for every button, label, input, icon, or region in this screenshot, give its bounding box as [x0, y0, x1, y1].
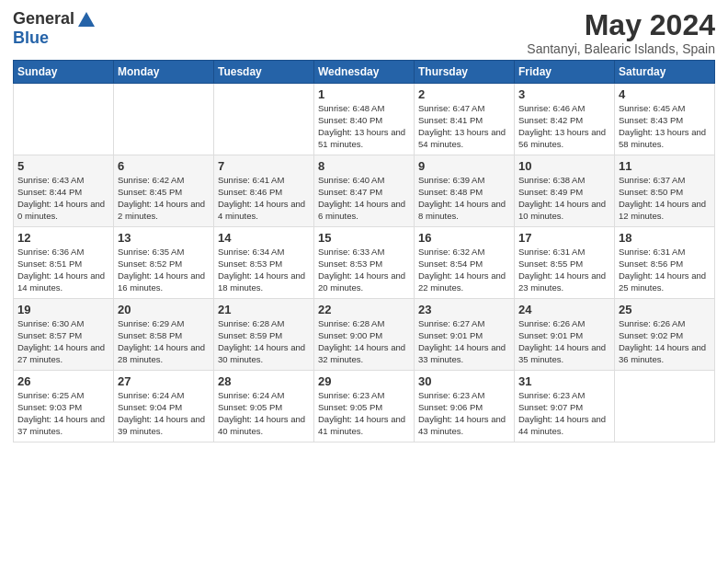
day-number: 1 [318, 87, 410, 101]
day-details: Sunrise: 6:28 AMSunset: 9:00 PMDaylight:… [318, 318, 410, 365]
day-cell [214, 84, 314, 155]
day-number: 17 [518, 231, 610, 245]
day-number: 24 [518, 303, 610, 316]
day-details: Sunrise: 6:26 AMSunset: 9:02 PMDaylight:… [619, 318, 711, 365]
day-details: Sunrise: 6:46 AMSunset: 8:42 PMDaylight:… [518, 103, 610, 150]
day-details: Sunrise: 6:23 AMSunset: 9:07 PMDaylight:… [518, 390, 610, 437]
day-details: Sunrise: 6:38 AMSunset: 8:49 PMDaylight:… [518, 175, 610, 222]
day-details: Sunrise: 6:45 AMSunset: 8:43 PMDaylight:… [619, 103, 711, 150]
day-number: 8 [318, 159, 410, 173]
day-cell: 20Sunrise: 6:29 AMSunset: 8:58 PMDayligh… [114, 299, 214, 371]
day-number: 26 [17, 374, 109, 388]
day-number: 5 [17, 159, 109, 173]
day-cell: 25Sunrise: 6:26 AMSunset: 9:02 PMDayligh… [615, 299, 715, 371]
day-cell: 30Sunrise: 6:23 AMSunset: 9:06 PMDayligh… [415, 371, 515, 442]
day-details: Sunrise: 6:24 AMSunset: 9:05 PMDaylight:… [218, 390, 310, 437]
day-cell: 5Sunrise: 6:43 AMSunset: 8:44 PMDaylight… [14, 155, 114, 227]
day-cell: 19Sunrise: 6:30 AMSunset: 8:57 PMDayligh… [14, 299, 114, 371]
day-cell: 11Sunrise: 6:37 AMSunset: 8:50 PMDayligh… [615, 155, 715, 227]
day-cell: 17Sunrise: 6:31 AMSunset: 8:55 PMDayligh… [515, 227, 615, 299]
day-details: Sunrise: 6:34 AMSunset: 8:53 PMDaylight:… [218, 247, 310, 293]
day-details: Sunrise: 6:39 AMSunset: 8:48 PMDaylight:… [418, 175, 510, 222]
day-details: Sunrise: 6:26 AMSunset: 9:01 PMDaylight:… [518, 318, 610, 365]
col-header-sunday: Sunday [14, 61, 114, 84]
day-details: Sunrise: 6:28 AMSunset: 8:59 PMDaylight:… [218, 318, 310, 365]
col-header-monday: Monday [114, 61, 214, 84]
title-section: May 2024 Santanyi, Balearic Islands, Spa… [527, 9, 715, 56]
header: General Blue May 2024 Santanyi, Balearic… [13, 9, 715, 56]
day-details: Sunrise: 6:32 AMSunset: 8:54 PMDaylight:… [418, 247, 510, 293]
week-row-3: 12Sunrise: 6:36 AMSunset: 8:51 PMDayligh… [14, 227, 715, 299]
day-details: Sunrise: 6:41 AMSunset: 8:46 PMDaylight:… [218, 175, 310, 222]
day-details: Sunrise: 6:31 AMSunset: 8:56 PMDaylight:… [619, 247, 711, 293]
header-row: SundayMondayTuesdayWednesdayThursdayFrid… [14, 61, 715, 84]
day-cell: 8Sunrise: 6:40 AMSunset: 8:47 PMDaylight… [314, 155, 415, 227]
col-header-wednesday: Wednesday [314, 61, 415, 84]
week-row-5: 26Sunrise: 6:25 AMSunset: 9:03 PMDayligh… [14, 371, 715, 442]
week-row-2: 5Sunrise: 6:43 AMSunset: 8:44 PMDaylight… [14, 155, 715, 227]
day-cell: 3Sunrise: 6:46 AMSunset: 8:42 PMDaylight… [515, 84, 615, 155]
day-details: Sunrise: 6:47 AMSunset: 8:41 PMDaylight:… [418, 103, 510, 150]
day-number: 6 [118, 159, 210, 173]
day-cell: 15Sunrise: 6:33 AMSunset: 8:53 PMDayligh… [314, 227, 415, 299]
day-number: 11 [619, 159, 711, 173]
col-header-tuesday: Tuesday [214, 61, 314, 84]
day-cell: 27Sunrise: 6:24 AMSunset: 9:04 PMDayligh… [114, 371, 214, 442]
day-number: 23 [418, 303, 510, 316]
day-cell: 29Sunrise: 6:23 AMSunset: 9:05 PMDayligh… [314, 371, 415, 442]
day-cell: 12Sunrise: 6:36 AMSunset: 8:51 PMDayligh… [14, 227, 114, 299]
day-number: 21 [218, 303, 310, 316]
day-details: Sunrise: 6:36 AMSunset: 8:51 PMDaylight:… [17, 247, 109, 293]
day-details: Sunrise: 6:23 AMSunset: 9:05 PMDaylight:… [318, 390, 410, 437]
day-details: Sunrise: 6:27 AMSunset: 9:01 PMDaylight:… [418, 318, 510, 365]
col-header-saturday: Saturday [615, 61, 715, 84]
day-number: 10 [518, 159, 610, 173]
day-cell: 22Sunrise: 6:28 AMSunset: 9:00 PMDayligh… [314, 299, 415, 371]
day-number: 20 [118, 303, 210, 316]
day-number: 30 [418, 374, 510, 388]
day-cell: 14Sunrise: 6:34 AMSunset: 8:53 PMDayligh… [214, 227, 314, 299]
day-cell: 24Sunrise: 6:26 AMSunset: 9:01 PMDayligh… [515, 299, 615, 371]
day-number: 3 [518, 87, 610, 101]
svg-marker-0 [78, 12, 95, 27]
day-number: 4 [619, 87, 711, 101]
day-number: 31 [518, 374, 610, 388]
day-cell: 16Sunrise: 6:32 AMSunset: 8:54 PMDayligh… [415, 227, 515, 299]
col-header-friday: Friday [515, 61, 615, 84]
day-cell: 13Sunrise: 6:35 AMSunset: 8:52 PMDayligh… [114, 227, 214, 299]
day-number: 22 [318, 303, 410, 316]
day-number: 14 [218, 231, 310, 245]
day-cell: 21Sunrise: 6:28 AMSunset: 8:59 PMDayligh… [214, 299, 314, 371]
day-details: Sunrise: 6:31 AMSunset: 8:55 PMDaylight:… [518, 247, 610, 293]
day-number: 2 [418, 87, 510, 101]
day-number: 28 [218, 374, 310, 388]
day-cell: 28Sunrise: 6:24 AMSunset: 9:05 PMDayligh… [214, 371, 314, 442]
day-number: 18 [619, 231, 711, 245]
day-number: 27 [118, 374, 210, 388]
logo-triangle-icon [78, 12, 95, 27]
day-cell: 2Sunrise: 6:47 AMSunset: 8:41 PMDaylight… [415, 84, 515, 155]
day-cell: 6Sunrise: 6:42 AMSunset: 8:45 PMDaylight… [114, 155, 214, 227]
logo: General Blue [13, 9, 95, 48]
day-cell: 18Sunrise: 6:31 AMSunset: 8:56 PMDayligh… [615, 227, 715, 299]
day-cell: 31Sunrise: 6:23 AMSunset: 9:07 PMDayligh… [515, 371, 615, 442]
day-number: 7 [218, 159, 310, 173]
day-details: Sunrise: 6:48 AMSunset: 8:40 PMDaylight:… [318, 103, 410, 150]
subtitle: Santanyi, Balearic Islands, Spain [527, 41, 715, 56]
month-title: May 2024 [527, 9, 715, 41]
day-details: Sunrise: 6:33 AMSunset: 8:53 PMDaylight:… [318, 247, 410, 293]
day-cell: 10Sunrise: 6:38 AMSunset: 8:49 PMDayligh… [515, 155, 615, 227]
day-number: 16 [418, 231, 510, 245]
day-cell [14, 84, 114, 155]
day-cell: 23Sunrise: 6:27 AMSunset: 9:01 PMDayligh… [415, 299, 515, 371]
day-details: Sunrise: 6:23 AMSunset: 9:06 PMDaylight:… [418, 390, 510, 437]
day-cell: 9Sunrise: 6:39 AMSunset: 8:48 PMDaylight… [415, 155, 515, 227]
day-number: 15 [318, 231, 410, 245]
page-container: General Blue May 2024 Santanyi, Balearic… [0, 0, 728, 452]
day-cell [615, 371, 715, 442]
day-number: 12 [17, 231, 109, 245]
day-cell [114, 84, 214, 155]
week-row-1: 1Sunrise: 6:48 AMSunset: 8:40 PMDaylight… [14, 84, 715, 155]
day-number: 25 [619, 303, 711, 316]
day-cell: 7Sunrise: 6:41 AMSunset: 8:46 PMDaylight… [214, 155, 314, 227]
